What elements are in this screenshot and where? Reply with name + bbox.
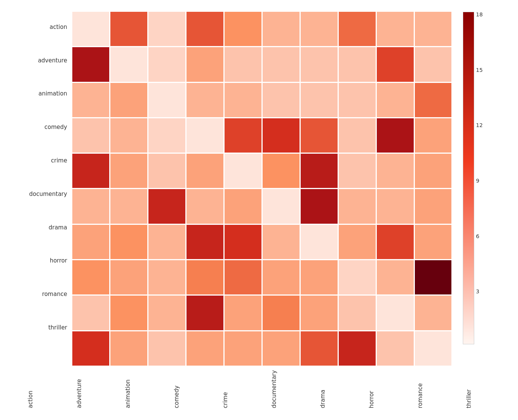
- cell-5-5: [263, 189, 300, 223]
- cell-8-4: [225, 296, 261, 330]
- cell-7-6: [301, 260, 338, 294]
- cell-6-5: [263, 225, 300, 259]
- cell-4-6: [301, 154, 338, 188]
- cell-2-7: [339, 83, 376, 117]
- cell-2-3: [186, 83, 223, 117]
- cell-8-5: [263, 296, 300, 330]
- cell-6-8: [377, 225, 414, 259]
- colorbar-tick-5: 3: [476, 289, 483, 294]
- col-labels-area: actionadventureanimationcomedycrimedocum…: [6, 367, 493, 408]
- cell-9-3: [186, 331, 223, 366]
- cell-8-0: [72, 296, 109, 330]
- cell-2-8: [377, 83, 414, 117]
- cell-6-1: [110, 225, 147, 259]
- col-label-thriller: thriller: [465, 370, 472, 408]
- colorbar-tick-0: 18: [476, 12, 483, 17]
- cell-6-4: [225, 225, 261, 259]
- row-label-thriller: thriller: [48, 312, 67, 344]
- cell-8-8: [377, 296, 414, 330]
- cell-0-6: [301, 12, 338, 46]
- cell-5-9: [415, 189, 452, 223]
- cell-2-4: [225, 83, 261, 117]
- cell-4-4: [225, 154, 261, 188]
- cell-5-3: [186, 189, 223, 223]
- colorbar-container: 181512963: [463, 12, 493, 344]
- col-label-wrapper-documentary: documentary: [250, 370, 298, 408]
- cell-3-4: [225, 118, 261, 153]
- cell-8-7: [339, 296, 376, 330]
- cell-9-0: [72, 331, 109, 366]
- colorbar-tick-2: 12: [476, 123, 483, 128]
- col-label-wrapper-horror: horror: [347, 370, 396, 408]
- cell-6-6: [301, 225, 338, 259]
- row-label-romance: romance: [42, 278, 67, 310]
- cell-5-1: [110, 189, 147, 223]
- cell-7-9: [415, 260, 452, 294]
- colorbar-tick-4: 6: [476, 234, 483, 239]
- cell-8-2: [148, 296, 185, 330]
- cell-3-1: [110, 118, 147, 153]
- cell-9-5: [263, 331, 300, 366]
- grid-row-9: [72, 331, 451, 366]
- col-label-animation: animation: [124, 370, 131, 408]
- col-label-wrapper-thriller: thriller: [445, 370, 493, 408]
- cell-7-0: [72, 260, 109, 294]
- grid-row-4: [72, 154, 451, 188]
- cell-3-7: [339, 118, 376, 153]
- cell-2-0: [72, 83, 109, 117]
- colorbar-gradient: [463, 12, 474, 344]
- cell-7-4: [225, 260, 261, 294]
- grid-row-3: [72, 118, 451, 153]
- cell-1-1: [110, 47, 147, 81]
- main-area: actionadventureanimationcomedycrimedocum…: [16, 10, 503, 367]
- row-label-adventure: adventure: [38, 45, 67, 76]
- cell-6-3: [186, 225, 223, 259]
- cell-6-9: [415, 225, 452, 259]
- cell-0-8: [377, 12, 414, 46]
- cell-0-2: [148, 12, 185, 46]
- cell-4-2: [148, 154, 185, 188]
- cell-3-5: [263, 118, 300, 153]
- grid-and-colorbar: 181512963: [71, 10, 502, 367]
- cell-9-7: [339, 331, 376, 366]
- grid-row-1: [72, 47, 451, 81]
- cell-6-0: [72, 225, 109, 259]
- cell-0-7: [339, 12, 376, 46]
- colorbar-tick-3: 9: [476, 178, 483, 183]
- cell-7-2: [148, 260, 185, 294]
- cell-1-8: [377, 47, 414, 81]
- cell-1-5: [263, 47, 300, 81]
- cell-4-8: [377, 154, 414, 188]
- cell-2-6: [301, 83, 338, 117]
- cell-4-3: [186, 154, 223, 188]
- cell-4-0: [72, 154, 109, 188]
- col-label-wrapper-animation: animation: [104, 370, 152, 408]
- cell-9-4: [225, 331, 261, 366]
- col-label-horror: horror: [368, 370, 375, 408]
- colorbar-area: 181512963: [453, 10, 503, 367]
- cell-6-2: [148, 225, 185, 259]
- cell-8-1: [110, 296, 147, 330]
- y-axis-title-area: [16, 10, 27, 367]
- cell-1-6: [301, 47, 338, 81]
- cell-2-5: [263, 83, 300, 117]
- row-label-comedy: comedy: [45, 111, 67, 143]
- cell-7-7: [339, 260, 376, 294]
- cell-2-9: [415, 83, 452, 117]
- cell-5-2: [148, 189, 185, 223]
- cell-3-9: [415, 118, 452, 153]
- cell-8-3: [186, 296, 223, 330]
- row-label-action: action: [49, 11, 67, 43]
- row-labels-area: actionadventureanimationcomedycrimedocum…: [29, 10, 71, 367]
- col-label-crime: crime: [222, 370, 229, 408]
- cell-4-5: [263, 154, 300, 188]
- col-label-drama: drama: [319, 370, 326, 408]
- grid-wrapper: [71, 10, 453, 367]
- row-label-horror: horror: [50, 245, 67, 277]
- cell-1-7: [339, 47, 376, 81]
- cell-3-0: [72, 118, 109, 153]
- cell-9-9: [415, 331, 452, 366]
- grid-area: [71, 10, 453, 367]
- cell-5-4: [225, 189, 261, 223]
- cell-2-2: [148, 83, 185, 117]
